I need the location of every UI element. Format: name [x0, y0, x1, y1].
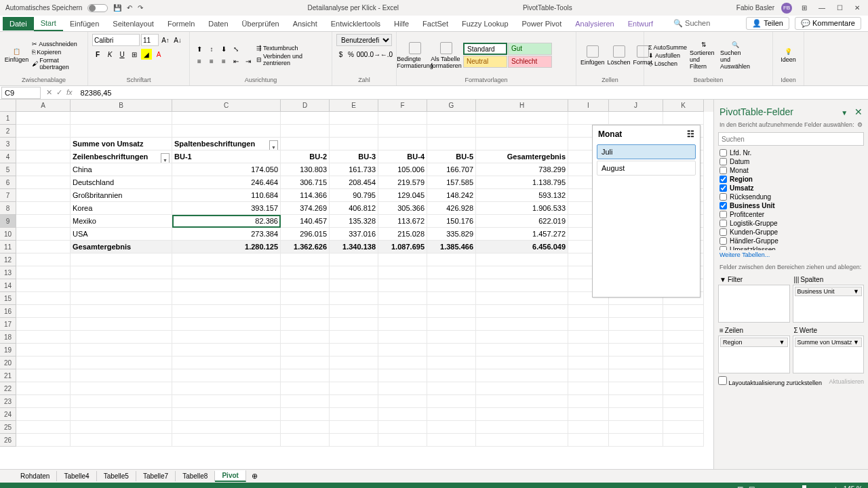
- col-header-K[interactable]: K: [663, 100, 704, 112]
- zoom-out-icon[interactable]: −: [772, 485, 776, 489]
- cell[interactable]: [281, 369, 330, 382]
- cell[interactable]: [71, 434, 172, 447]
- cell[interactable]: [71, 382, 172, 395]
- cell[interactable]: [609, 408, 663, 421]
- cell[interactable]: [427, 318, 476, 331]
- minimize-icon[interactable]: —: [816, 3, 827, 14]
- cell[interactable]: [281, 253, 330, 266]
- align-middle-icon[interactable]: ↕: [206, 44, 217, 55]
- field-lfd-nr-[interactable]: Lfd. Nr.: [718, 148, 864, 157]
- field-umsatzklassen[interactable]: Umsatzklassen: [718, 245, 864, 250]
- rows-item[interactable]: Region▼: [720, 338, 788, 347]
- cell[interactable]: [427, 344, 476, 357]
- cell[interactable]: [427, 434, 476, 447]
- cell[interactable]: [609, 434, 663, 447]
- tab-entwicklertools[interactable]: Entwicklertools: [324, 17, 387, 30]
- cell[interactable]: [663, 434, 704, 447]
- cell[interactable]: [476, 112, 568, 125]
- cell[interactable]: BU-5: [427, 150, 476, 163]
- cell[interactable]: [476, 344, 568, 357]
- cell[interactable]: [330, 408, 378, 421]
- accept-formula-icon[interactable]: ✓: [56, 88, 62, 97]
- cell[interactable]: [427, 125, 476, 138]
- row-header[interactable]: 26: [0, 434, 16, 447]
- row-header[interactable]: 21: [0, 369, 16, 382]
- cell[interactable]: Mexiko: [71, 215, 172, 228]
- cell[interactable]: [330, 318, 378, 331]
- cell[interactable]: [663, 357, 704, 369]
- gear-icon[interactable]: ⚙: [857, 121, 863, 128]
- row-header[interactable]: 18: [0, 331, 16, 344]
- cell[interactable]: Deutschland: [71, 176, 172, 189]
- row-header[interactable]: 12: [0, 253, 16, 266]
- field-region[interactable]: Region: [718, 175, 864, 184]
- fill-button[interactable]: ⬇ Ausfüllen: [648, 52, 687, 59]
- zoom-in-icon[interactable]: +: [834, 485, 838, 489]
- cell[interactable]: [568, 344, 609, 357]
- cell[interactable]: [172, 253, 281, 266]
- cell[interactable]: [281, 279, 330, 292]
- cell[interactable]: [378, 382, 427, 395]
- italic-button[interactable]: K: [104, 49, 115, 60]
- cell[interactable]: [71, 395, 172, 408]
- cell[interactable]: [476, 408, 568, 421]
- cell[interactable]: [663, 112, 704, 125]
- cell[interactable]: 166.707: [427, 163, 476, 176]
- cell[interactable]: [281, 266, 330, 279]
- cell[interactable]: [16, 176, 71, 189]
- cell[interactable]: BU-2: [281, 150, 330, 163]
- cell[interactable]: [330, 292, 378, 305]
- field-h-ndler-gruppe[interactable]: Händler-Gruppe: [718, 237, 864, 245]
- cell[interactable]: [568, 112, 609, 125]
- tab-entwurf[interactable]: Entwurf: [621, 17, 660, 30]
- decimal-inc-icon[interactable]: .0→: [369, 49, 380, 60]
- number-format-select[interactable]: Benutzerdefiniert: [336, 34, 392, 46]
- tab-analysieren[interactable]: Analysieren: [568, 17, 620, 30]
- decimal-dec-icon[interactable]: ←.0: [381, 49, 392, 60]
- cell[interactable]: [568, 408, 609, 421]
- field-search-input[interactable]: [718, 132, 864, 146]
- cell[interactable]: [71, 125, 172, 138]
- cell[interactable]: [378, 305, 427, 318]
- cell[interactable]: 148.242: [427, 189, 476, 202]
- cell[interactable]: [281, 138, 330, 150]
- cell[interactable]: [476, 266, 568, 279]
- cell[interactable]: [378, 395, 427, 408]
- cell[interactable]: [281, 125, 330, 138]
- tab-factset[interactable]: FactSet: [416, 17, 455, 30]
- cell[interactable]: [476, 331, 568, 344]
- cell[interactable]: [609, 331, 663, 344]
- filter-drop-area[interactable]: [718, 285, 790, 323]
- conditional-format-button[interactable]: Bedingte Formatierung: [401, 42, 429, 69]
- border-button[interactable]: ⊞: [129, 49, 140, 60]
- cell[interactable]: [281, 421, 330, 434]
- row-header[interactable]: 15: [0, 292, 16, 305]
- row-header[interactable]: 23: [0, 395, 16, 408]
- col-header-G[interactable]: G: [427, 100, 476, 112]
- cell[interactable]: 113.672: [378, 215, 427, 228]
- name-box[interactable]: [1, 87, 41, 99]
- cell[interactable]: [71, 292, 172, 305]
- cell[interactable]: [427, 382, 476, 395]
- autosave-toggle[interactable]: [87, 4, 108, 12]
- columns-drop-area[interactable]: Business Unit▼: [793, 285, 865, 323]
- field-kunden-gruppe[interactable]: Kunden-Gruppe: [718, 228, 864, 237]
- cell[interactable]: [427, 112, 476, 125]
- sheet-tab-pivot[interactable]: Pivot: [215, 470, 245, 482]
- row-header[interactable]: 11: [0, 241, 16, 253]
- cell[interactable]: [330, 344, 378, 357]
- row-header[interactable]: 16: [0, 305, 16, 318]
- cell[interactable]: [476, 382, 568, 395]
- format-painter-button[interactable]: 🖌 Format übertragen: [32, 57, 83, 70]
- align-bottom-icon[interactable]: ⬇: [218, 44, 229, 55]
- select-all-corner[interactable]: [0, 100, 16, 112]
- percent-icon[interactable]: %: [347, 49, 355, 60]
- cancel-formula-icon[interactable]: ✕: [46, 88, 52, 97]
- delete-cells-button[interactable]: Löschen: [608, 45, 631, 66]
- cell[interactable]: [71, 318, 172, 331]
- values-item[interactable]: Summe von Umsatz▼: [795, 338, 863, 347]
- cell[interactable]: 219.579: [378, 176, 427, 189]
- cell[interactable]: [16, 421, 71, 434]
- cell[interactable]: [71, 357, 172, 369]
- view-break-icon[interactable]: ▭: [760, 485, 766, 489]
